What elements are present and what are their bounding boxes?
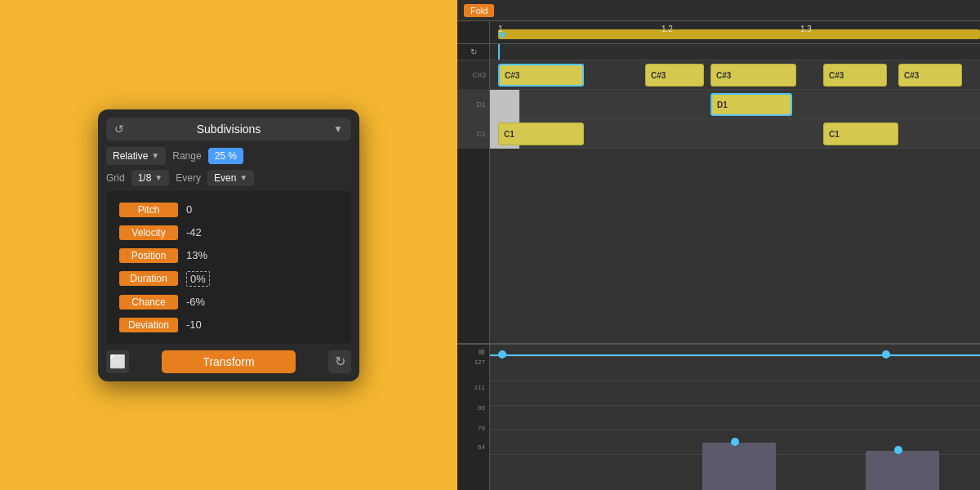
every-label: Every [176,172,201,184]
key-label-c1: C1 [476,130,486,138]
velocity-value[interactable]: -42 [186,226,202,238]
note-cs3-4[interactable]: C#3 [823,64,887,87]
relative-select[interactable]: Relative ▼ [106,147,166,165]
note-cs3-3[interactable]: C#3 [710,64,796,87]
pitch-label[interactable]: Pitch [119,203,178,217]
velocity-row: Velocity -42 [119,225,338,240]
panel-footer: ⬜ Transform ↻ [106,350,351,373]
piano-key-c1: C1 [457,119,489,149]
chance-value[interactable]: -6% [186,296,205,308]
copy-icon[interactable]: ⬜ [106,350,129,373]
position-value[interactable]: 13% [186,249,207,261]
duration-row: Duration 0% [119,271,338,287]
deviation-value[interactable]: -10 [186,318,202,331]
note-cs3-1[interactable]: C#3 [498,64,584,87]
playhead-line [498,44,500,60]
note-cs3-2[interactable]: C#3 [645,64,704,87]
top-bar: Fold [457,0,980,21]
every-arrow: ▼ [239,173,247,182]
note-c1-1[interactable]: C1 [498,122,584,145]
note-cs3-5[interactable]: C#3 [898,64,962,87]
params-area: Pitch 0 Velocity -42 Position 13% Durati… [106,191,351,344]
quantize-row: ↻ [457,44,980,60]
panel-title: Subdivisions [197,122,261,136]
piano-key-cs3: C#3 [457,60,489,90]
notes-and-velocity: C#3 D1 C1 [457,60,980,490]
vel-connect-1 [505,354,885,356]
vel-icon: ▤ [459,348,488,355]
position-row: Position 13% [119,248,338,263]
plugin-panel: ↺ Subdivisions ▼ Relative ▼ Range 25 % G… [98,109,359,381]
every-value-text: Even [214,172,236,184]
duration-value[interactable]: 0% [186,271,210,287]
vel-95: 95 [459,404,488,412]
vel-circle-1 [731,438,739,446]
vel-64: 64 [459,443,488,451]
fold-button[interactable]: Fold [464,4,494,17]
relative-arrow: ▼ [151,151,159,160]
deviation-row: Deviation -10 [119,318,338,332]
vel-hline-1 [490,356,980,357]
note-c1-2[interactable]: C1 [823,122,898,145]
timeline-markers: 1 1.2 1.3 [490,21,980,43]
note-rows-container: C#3 D1 C1 [457,60,980,343]
quantize-symbol: ↻ [470,47,477,56]
relative-label: Relative [113,150,148,162]
velocity-label[interactable]: Velocity [119,225,178,240]
white-cell-d1 [490,90,519,119]
key-label-d1: D1 [476,100,486,109]
position-label[interactable]: Position [119,248,178,263]
playhead-triangle [498,33,506,39]
vel-hline-4 [490,430,980,430]
vel-hline-2 [490,381,980,381]
vel-hline-3 [490,405,980,406]
grid-arrow: ▼ [154,173,163,182]
vel-bar-1 [702,443,776,490]
left-panel: ↺ Subdivisions ▼ Relative ▼ Range 25 % G… [0,0,457,490]
vel-connect-2 [889,354,980,356]
velocity-content [490,345,980,490]
grid-every-row: Grid 1/8 ▼ Every Even ▼ [106,170,351,186]
grid-value-text: 1/8 [138,172,152,184]
row-bg-empty [490,149,980,343]
chance-row: Chance -6% [119,295,338,310]
timeline-header: 1 1.2 1.3 [457,21,980,44]
grid-select[interactable]: 1/8 ▼ [131,170,170,186]
panel-dropdown-arrow[interactable]: ▼ [333,123,343,135]
vel-79: 79 [459,425,488,432]
vel-circle-2 [894,446,902,454]
marker-12: 1.2 [662,24,673,33]
pitch-value[interactable]: 0 [186,203,192,216]
vel-bar-2 [866,451,939,490]
notes-grid: C#3 C#3 C#3 C#3 C#3 D1 C1 C1 [490,60,980,343]
key-label-cs3: C#3 [472,71,486,79]
right-panel: Fold 1 1.2 1.3 ↻ [457,0,980,490]
refresh-icon[interactable]: ↻ [328,350,351,373]
grid-label: Grid [106,172,125,184]
marker-13: 1.3 [800,24,812,33]
chance-label[interactable]: Chance [119,295,178,310]
every-select[interactable]: Even ▼ [207,170,254,186]
transform-button[interactable]: Transform [162,350,295,373]
note-d1-1[interactable]: D1 [710,93,792,116]
piano-keys: C#3 D1 C1 [457,60,490,343]
vel-127: 127 [459,359,488,366]
piano-roll-main: C#3 D1 C1 [457,60,980,490]
quantize-icon: ↻ [457,44,490,60]
range-label: Range [172,150,201,162]
timeline-left-spacer [457,21,490,43]
vel-111: 111 [459,384,488,391]
velocity-lane: ▤ 127 111 95 79 64 [457,343,980,490]
deviation-label[interactable]: Deviation [119,318,178,332]
reset-icon[interactable]: ↺ [114,122,124,136]
velocity-labels: ▤ 127 111 95 79 64 [457,345,490,490]
loop-bar [498,29,980,39]
piano-key-d1: D1 [457,90,489,119]
pitch-row: Pitch 0 [119,203,338,217]
range-value[interactable]: 25 % [208,148,243,164]
panel-header: ↺ Subdivisions ▼ [106,118,351,140]
relative-range-row: Relative ▼ Range 25 % [106,147,351,165]
quantize-area [490,44,980,60]
duration-label[interactable]: Duration [119,271,178,286]
